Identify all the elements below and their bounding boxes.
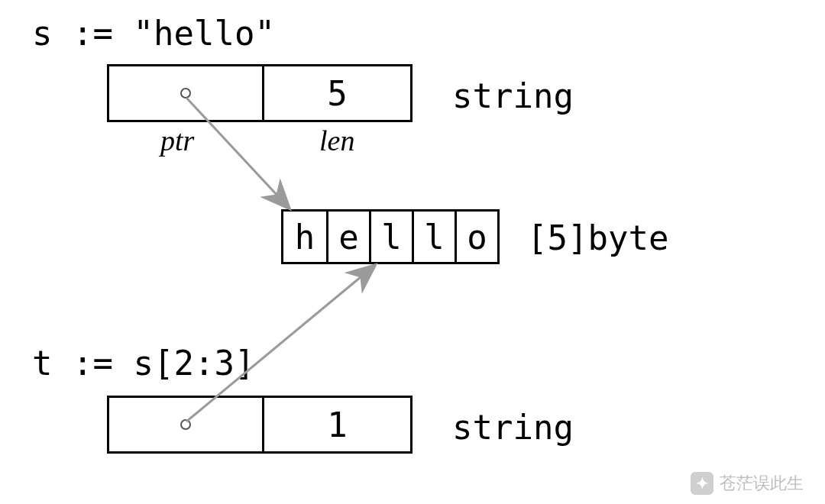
- byte-cell: h: [283, 212, 326, 262]
- len-cell-s: 5: [264, 66, 410, 120]
- ptr-cell-s: [109, 66, 262, 120]
- watermark-text: 苍茫误此生: [720, 472, 804, 495]
- type-label-bytes: [5]byte: [527, 218, 668, 257]
- byte-cell: l: [369, 212, 412, 262]
- string-header-s: 5: [107, 64, 412, 122]
- code-decl-s: s := "hello": [32, 14, 275, 53]
- wechat-icon: ✦: [691, 472, 713, 495]
- field-label-len-s: len: [319, 124, 354, 157]
- string-header-t: 1: [107, 396, 412, 454]
- type-label-string-s: string: [452, 76, 574, 115]
- pointer-dot-icon: [180, 88, 191, 99]
- pointer-dot-icon: [180, 419, 191, 430]
- code-decl-t: t := s[2:3]: [32, 344, 254, 383]
- byte-cell: o: [455, 212, 497, 262]
- watermark: ✦ 苍茫误此生: [691, 472, 804, 495]
- byte-cell: l: [412, 212, 455, 262]
- ptr-cell-t: [109, 398, 262, 451]
- type-label-string-t: string: [452, 408, 574, 447]
- field-label-ptr-s: ptr: [160, 124, 194, 157]
- byte-array: hello: [281, 209, 500, 264]
- len-cell-t: 1: [264, 398, 410, 451]
- byte-cell: e: [326, 212, 369, 262]
